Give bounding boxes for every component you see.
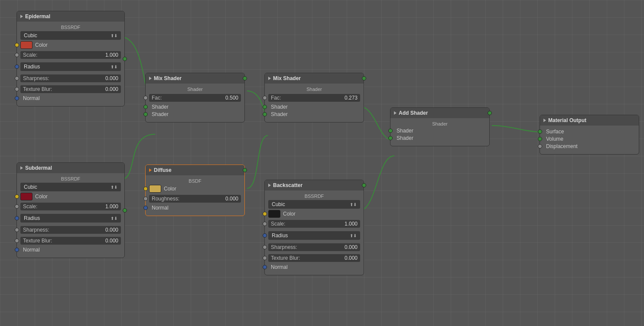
subdermal-type: BSSRDF — [20, 176, 121, 181]
material-output-collapse[interactable] — [543, 119, 546, 122]
subdermal-scale-socket[interactable] — [15, 204, 19, 209]
add-shader-node: Add Shader Shader Shader Shader — [390, 107, 490, 146]
diffuse-roughness-field[interactable]: Roughness: 0.000 — [149, 195, 241, 203]
epidermal-sharpness-row: Sharpness: 0.000 — [20, 74, 121, 83]
mix-shader-2-fac-field[interactable]: Fac: 0.273 — [268, 94, 360, 102]
diffuse-normal-socket[interactable] — [143, 206, 148, 210]
subdermal-bssrdf-output[interactable] — [123, 208, 127, 213]
backscatter-dropdown[interactable]: Cubic ⬆⬇ — [268, 200, 360, 209]
material-surface-label: Surface — [546, 129, 635, 135]
subdermal-radius-socket[interactable] — [15, 216, 19, 220]
epidermal-scale-socket[interactable] — [15, 53, 19, 57]
epidermal-texblur-socket[interactable] — [15, 87, 19, 91]
mix-shader-2-shader2-socket[interactable] — [263, 112, 267, 116]
mix-shader-2-shader1-socket[interactable] — [263, 105, 267, 109]
backscatter-output[interactable] — [362, 183, 366, 187]
epidermal-bssrdf-output[interactable] — [123, 57, 127, 61]
add-shader-shader2-label: Shader — [397, 135, 486, 141]
subdermal-normal-label: Normal — [23, 247, 121, 253]
subdermal-sharpness-field[interactable]: Sharpness: 0.000 — [20, 226, 121, 234]
diffuse-header: Diffuse — [146, 165, 244, 175]
epidermal-color-label: Color — [35, 42, 121, 48]
diffuse-color-row: Color — [149, 185, 241, 193]
diffuse-color-swatch[interactable] — [149, 185, 161, 193]
backscatter-color-swatch[interactable] — [268, 210, 280, 218]
subdermal-color-swatch[interactable] — [20, 193, 33, 200]
epidermal-sharpness-socket[interactable] — [15, 76, 19, 81]
epidermal-texblur-row: Texture Blur: 0.000 — [20, 84, 121, 94]
subdermal-title: Subdermal — [25, 165, 52, 171]
mix-shader-1-shader2-socket[interactable] — [143, 112, 148, 116]
epidermal-radius-socket[interactable] — [15, 65, 19, 69]
backscatter-collapse[interactable] — [268, 184, 271, 187]
backscatter-node: Backscatter BSSRDF Cubic ⬆⬇ Color Scale:… — [264, 180, 364, 275]
backscatter-texblur-socket[interactable] — [263, 256, 267, 260]
material-output-body: Surface Volume Displacement — [540, 126, 639, 154]
mix-shader-1-shader1-socket[interactable] — [143, 105, 148, 109]
subdermal-body: BSSRDF Cubic ⬆⬇ Color Scale: 1.000 Radiu… — [17, 173, 124, 258]
backscatter-scale-row: Scale: 1.000 — [268, 219, 360, 229]
diffuse-title: Diffuse — [154, 167, 172, 173]
epidermal-dropdown[interactable]: Cubic ⬆⬇ — [20, 31, 121, 40]
subdermal-collapse[interactable] — [20, 166, 23, 170]
backscatter-scale-field[interactable]: Scale: 1.000 — [268, 220, 360, 228]
backscatter-normal-socket[interactable] — [263, 265, 267, 269]
mix-shader-1-body: Shader Fac: 0.500 Shader Shader — [146, 84, 244, 122]
mix-shader-2-header: Mix Shader — [265, 73, 364, 84]
material-volume-socket[interactable] — [538, 137, 542, 141]
backscatter-radius-socket[interactable] — [263, 233, 267, 238]
backscatter-sharpness-socket[interactable] — [263, 245, 267, 249]
mix-shader-1-shader1-row: Shader — [149, 104, 241, 110]
subdermal-texblur-socket[interactable] — [15, 239, 19, 243]
mix-shader-2-shader1-row: Shader — [268, 104, 360, 110]
epidermal-normal-row: Normal — [20, 95, 121, 101]
diffuse-roughness-socket[interactable] — [143, 197, 148, 201]
backscatter-radius-dropdown[interactable]: Radius ⬆⬇ — [268, 231, 360, 240]
mix-shader-2-node: Mix Shader Shader Fac: 0.273 Shader Shad… — [264, 73, 364, 123]
subdermal-texblur-field[interactable]: Texture Blur: 0.000 — [20, 237, 121, 245]
epidermal-radius-dropdown[interactable]: Radius ⬆⬇ — [20, 62, 121, 71]
material-surface-socket[interactable] — [538, 129, 542, 134]
epidermal-color-swatch[interactable] — [20, 41, 33, 49]
mix-shader-2-output[interactable] — [362, 76, 366, 81]
epidermal-texblur-field[interactable]: Texture Blur: 0.000 — [20, 85, 121, 93]
add-shader-shader2-socket[interactable] — [388, 136, 393, 140]
mix-shader-1-collapse[interactable] — [149, 77, 152, 80]
backscatter-scale-socket[interactable] — [263, 222, 267, 226]
backscatter-sharpness-row: Sharpness: 0.000 — [268, 242, 360, 252]
backscatter-texblur-field[interactable]: Texture Blur: 0.000 — [268, 254, 360, 262]
mix-shader-2-fac-socket[interactable] — [263, 96, 267, 100]
add-shader-shader1-row: Shader — [394, 128, 486, 134]
subdermal-color-socket[interactable] — [15, 194, 19, 199]
mix-shader-2-fac-row: Fac: 0.273 — [268, 93, 360, 103]
backscatter-type: BSSRDF — [268, 194, 360, 199]
backscatter-color-socket[interactable] — [263, 212, 267, 216]
epidermal-scale-field[interactable]: Scale: 1.000 — [20, 51, 121, 59]
subdermal-normal-socket[interactable] — [15, 248, 19, 252]
add-shader-output[interactable] — [488, 111, 492, 115]
diffuse-color-socket[interactable] — [143, 187, 148, 191]
subdermal-dropdown[interactable]: Cubic ⬆⬇ — [20, 183, 121, 191]
epidermal-normal-socket[interactable] — [15, 96, 19, 100]
subdermal-sharpness-socket[interactable] — [15, 228, 19, 232]
diffuse-output[interactable] — [243, 168, 247, 172]
epidermal-scale-row: Scale: 1.000 — [20, 50, 121, 60]
mix-shader-1-output[interactable] — [243, 76, 247, 81]
mix-shader-1-fac-socket[interactable] — [143, 96, 148, 100]
diffuse-collapse[interactable] — [149, 168, 152, 172]
subdermal-radius-dropdown[interactable]: Radius ⬆⬇ — [20, 214, 121, 223]
epidermal-sharpness-field[interactable]: Sharpness: 0.000 — [20, 74, 121, 82]
mix-shader-1-fac-field[interactable]: Fac: 0.500 — [149, 94, 241, 102]
mix-shader-2-shader2-row: Shader — [268, 111, 360, 117]
mix-shader-2-collapse[interactable] — [268, 77, 271, 80]
add-shader-shader1-socket[interactable] — [388, 129, 393, 133]
epidermal-color-socket[interactable] — [15, 43, 19, 47]
add-shader-collapse[interactable] — [394, 111, 397, 115]
subdermal-node: Subdermal BSSRDF Cubic ⬆⬇ Color Scale: 1… — [16, 162, 125, 258]
add-shader-type: Shader — [394, 121, 486, 126]
backscatter-sharpness-field[interactable]: Sharpness: 0.000 — [268, 243, 360, 251]
subdermal-scale-field[interactable]: Scale: 1.000 — [20, 203, 121, 210]
epidermal-collapse[interactable] — [20, 15, 23, 18]
material-displacement-socket[interactable] — [538, 144, 542, 148]
epidermal-radius-row: Radius ⬆⬇ — [20, 61, 121, 72]
